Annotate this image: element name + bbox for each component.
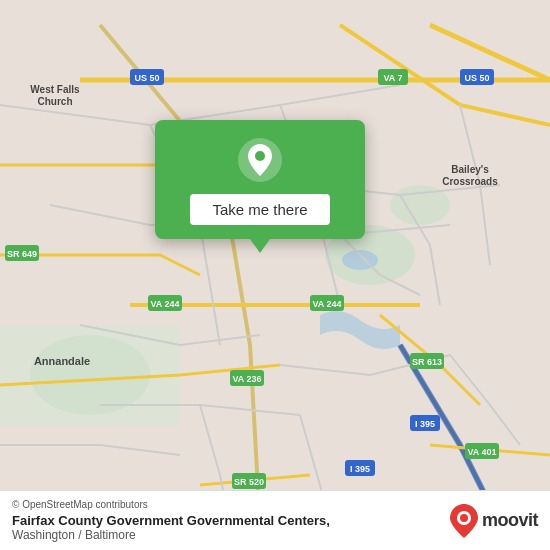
svg-text:I 395: I 395 <box>350 464 370 474</box>
svg-text:US 50: US 50 <box>134 73 159 83</box>
svg-text:US 50: US 50 <box>464 73 489 83</box>
location-popup: Take me there <box>155 120 365 239</box>
moovit-pin-icon <box>450 504 478 538</box>
svg-point-4 <box>30 335 150 415</box>
bottom-bar: © OpenStreetMap contributors Fairfax Cou… <box>0 490 550 550</box>
location-title: Fairfax County Government Governmental C… <box>12 513 330 528</box>
svg-text:West Falls: West Falls <box>30 84 80 95</box>
take-me-there-button[interactable]: Take me there <box>190 194 329 225</box>
svg-text:Church: Church <box>38 96 73 107</box>
svg-text:Bailey's: Bailey's <box>451 164 489 175</box>
svg-point-40 <box>460 514 468 522</box>
svg-text:SR 520: SR 520 <box>234 477 264 487</box>
moovit-text: moovit <box>482 510 538 531</box>
svg-text:Crossroads: Crossroads <box>442 176 498 187</box>
moovit-logo: moovit <box>450 504 538 538</box>
svg-text:SR 649: SR 649 <box>7 249 37 259</box>
svg-text:Annandale: Annandale <box>34 355 90 367</box>
svg-point-38 <box>255 151 265 161</box>
svg-text:VA 236: VA 236 <box>232 374 261 384</box>
svg-text:VA 244: VA 244 <box>150 299 179 309</box>
map-container: US 50 VA 7 US 50 SR 649 SR 649 VA 244 VA… <box>0 0 550 550</box>
location-pin-icon <box>238 138 282 182</box>
osm-attribution: © OpenStreetMap contributors <box>12 499 330 510</box>
svg-text:VA 244: VA 244 <box>312 299 341 309</box>
svg-text:VA 401: VA 401 <box>467 447 496 457</box>
map-background: US 50 VA 7 US 50 SR 649 SR 649 VA 244 VA… <box>0 0 550 550</box>
svg-text:SR 613: SR 613 <box>412 357 442 367</box>
svg-text:VA 7: VA 7 <box>383 73 402 83</box>
location-subtitle: Washington / Baltimore <box>12 528 330 542</box>
svg-text:I 395: I 395 <box>415 419 435 429</box>
bottom-bar-info: © OpenStreetMap contributors Fairfax Cou… <box>12 499 330 542</box>
